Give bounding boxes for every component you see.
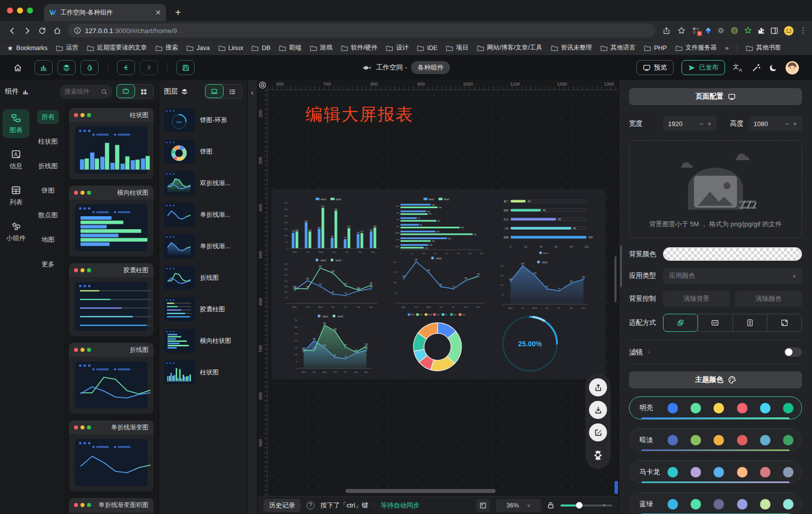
extension-grid-icon[interactable]: 9: [692, 27, 700, 34]
layer-item[interactable]: 折线图: [164, 266, 242, 290]
layer-item[interactable]: 胶囊柱图: [164, 297, 242, 321]
bookmark-star-icon[interactable]: [674, 24, 688, 38]
home-icon[interactable]: [50, 24, 64, 38]
user-avatar[interactable]: [786, 61, 799, 75]
chart-ring-progress[interactable]: 25.00%: [498, 312, 562, 375]
sidebar-tab-info[interactable]: A信息: [2, 145, 30, 174]
theme-row-0[interactable]: 明亮: [629, 396, 802, 419]
zoom-select[interactable]: 36%∨: [496, 499, 541, 512]
plus-button[interactable]: +: [793, 120, 797, 128]
site-info-icon[interactable]: [74, 27, 81, 34]
history-button[interactable]: 历史记录: [264, 499, 300, 512]
side-panel-icon[interactable]: [770, 27, 778, 35]
back-icon[interactable]: [5, 24, 19, 38]
address-bar[interactable]: 127.0.0.1:3000/#/chart/home/9: [68, 24, 656, 38]
publish-button[interactable]: 已发布: [682, 60, 725, 75]
theme-row-3[interactable]: 蓝绿: [629, 492, 802, 514]
language-icon[interactable]: 文A: [733, 63, 744, 73]
chart-line-dual[interactable]: data1data2050100150200250300350120200150…: [278, 257, 382, 310]
other-bookmarks[interactable]: 其他书签: [746, 44, 781, 52]
export-button[interactable]: [589, 378, 607, 396]
tab-close-icon[interactable]: ✕: [155, 9, 161, 17]
preview-button[interactable]: 预览: [636, 60, 674, 75]
clear-color-button[interactable]: 清除颜色: [735, 291, 802, 307]
forward-icon[interactable]: [20, 24, 34, 38]
eye-icon[interactable]: [258, 81, 266, 89]
theme-color-header[interactable]: 主题颜色: [629, 371, 802, 388]
background-upload-dropzone[interactable]: 背景图需小于 5M ， 格式为 png/jpg/gif 的文件: [629, 140, 802, 238]
extension-star-icon[interactable]: [744, 27, 752, 35]
layer-item[interactable]: 双折线渐...: [164, 171, 242, 195]
search-input[interactable]: 搜索组件: [60, 85, 112, 99]
app-home-icon[interactable]: [13, 63, 22, 73]
sidebar-tab-list[interactable]: 列表: [2, 181, 30, 210]
app-type-select[interactable]: 应用颜色∨: [663, 268, 802, 284]
chart-line-single[interactable]: data10501001502001202001508070110130MonT…: [388, 255, 490, 310]
bookmark-item[interactable]: 设计: [386, 44, 408, 52]
horizontal-scrollbar[interactable]: [346, 489, 496, 493]
bookmark-item[interactable]: PHP: [644, 44, 667, 52]
bookmark-item[interactable]: DB: [252, 44, 270, 52]
slider-knob[interactable]: [576, 502, 582, 508]
layer-item[interactable]: 单折线渐...: [164, 203, 242, 227]
fit-height-button[interactable]: [732, 314, 768, 332]
chart-panel-toggle-button[interactable]: [34, 60, 52, 75]
category-item-5[interactable]: 地图: [37, 233, 59, 247]
bookmark-item[interactable]: IDE: [417, 44, 438, 52]
panel-scrollbar[interactable]: [620, 245, 622, 287]
bookmark-item[interactable]: Java: [186, 44, 210, 52]
settings-gear-icon[interactable]: [589, 446, 607, 464]
minimize-window-button[interactable]: [17, 8, 23, 14]
bookmark-item[interactable]: 游戏: [310, 44, 332, 52]
browser-menu-icon[interactable]: ⋮: [800, 26, 807, 35]
import-button[interactable]: [589, 401, 607, 419]
bookmark-item[interactable]: 项目: [446, 44, 468, 52]
bookmark-item[interactable]: 网站/博客/文章/工具: [477, 44, 542, 52]
minus-button[interactable]: −: [700, 120, 704, 128]
theme-row-1[interactable]: 暗淡: [629, 428, 802, 451]
layer-item[interactable]: 饼图: [164, 140, 242, 164]
bookmark-item[interactable]: 搜索: [156, 44, 178, 52]
share-icon[interactable]: [660, 24, 674, 38]
bookmarks-root[interactable]: ★Bookmarks: [7, 44, 48, 52]
category-item-0[interactable]: 所有: [37, 110, 59, 124]
list-view-toggle[interactable]: [223, 85, 242, 99]
extensions-puzzle-icon[interactable]: [758, 27, 765, 35]
bookmark-item[interactable]: 软件/硬件: [341, 44, 378, 52]
category-item-2[interactable]: 折线图: [34, 159, 62, 173]
fit-stretch-button[interactable]: [767, 314, 802, 332]
sidebar-tab-charts[interactable]: 图表: [2, 109, 30, 138]
lock-icon[interactable]: [547, 501, 554, 509]
component-card[interactable]: 柱状图: [69, 108, 154, 179]
close-window-button[interactable]: [7, 8, 13, 14]
fit-scale-button[interactable]: [663, 314, 698, 332]
minus-button[interactable]: −: [785, 120, 789, 128]
edit-button[interactable]: [589, 423, 607, 441]
component-card[interactable]: 胶囊柱图: [69, 263, 154, 336]
chart-capsule[interactable]: 厦门20南阳40北京60上海80新疆100020406080100data1: [494, 195, 600, 257]
height-stepper[interactable]: 1080−+: [748, 116, 802, 131]
chart-area-single[interactable]: data10501001502001202001508070110130MonT…: [494, 259, 594, 311]
category-item-3[interactable]: 饼图: [37, 184, 59, 198]
dark-mode-moon-icon[interactable]: [769, 64, 778, 72]
category-item-6[interactable]: 更多: [37, 257, 59, 271]
bookmark-item[interactable]: 运营: [56, 44, 78, 52]
single-view-toggle[interactable]: [116, 84, 135, 98]
vertical-scrollbar[interactable]: [614, 256, 616, 302]
editor-canvas[interactable]: 6007008009001000110012001300 20030040050…: [258, 80, 618, 514]
chevron-right-icon[interactable]: ›: [648, 349, 650, 355]
plus-button[interactable]: +: [708, 120, 712, 128]
layout-panel-icon[interactable]: [476, 499, 490, 512]
filter-toggle[interactable]: [784, 347, 802, 357]
new-tab-button[interactable]: +: [171, 6, 185, 20]
canvas-text-element[interactable]: 编辑大屏报表: [306, 103, 414, 126]
grid-view-toggle[interactable]: [134, 85, 153, 99]
category-item-4[interactable]: 散点图: [34, 208, 62, 222]
browser-tab[interactable]: 工作空间-各种组件 ✕: [44, 4, 166, 21]
extension-pin-icon[interactable]: [705, 27, 712, 35]
magic-wand-icon[interactable]: [752, 63, 761, 72]
maximize-window-button[interactable]: [27, 8, 33, 14]
zoom-slider[interactable]: [560, 502, 612, 509]
chart-bar-grouped[interactable]: data1data2050100150200250300350120130Mon…: [278, 196, 382, 255]
page-config-header[interactable]: 页面配置: [629, 88, 802, 105]
